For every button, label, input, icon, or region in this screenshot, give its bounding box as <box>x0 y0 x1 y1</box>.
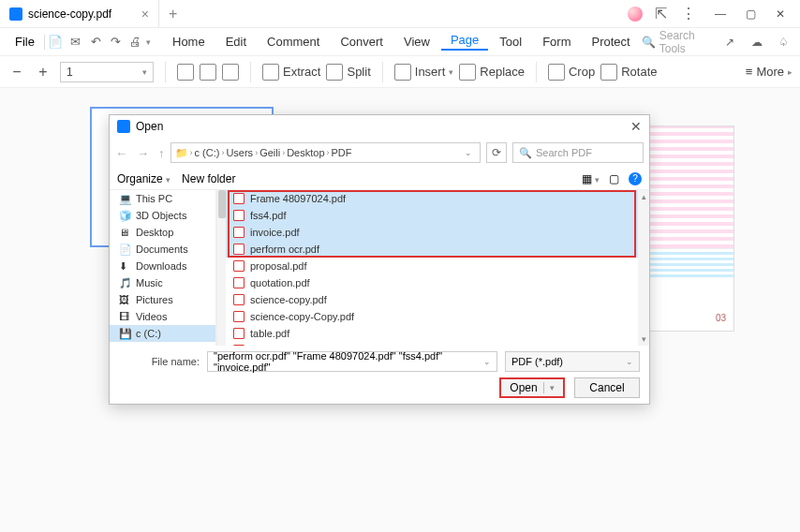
menu-view[interactable]: View <box>394 35 439 49</box>
open-button[interactable]: Open▾ <box>499 377 565 398</box>
dialog-close-button[interactable]: ✕ <box>630 119 642 134</box>
file-menu[interactable]: File <box>7 35 42 49</box>
filename-label: File name: <box>119 356 200 367</box>
scroll-down-icon[interactable]: ▾ <box>642 334 646 344</box>
file-item[interactable]: Frame 48097024.pdf <box>226 190 638 207</box>
menu-convert[interactable]: Convert <box>331 35 393 49</box>
pdf-file-icon <box>233 210 244 221</box>
menu-page[interactable]: Page <box>441 33 488 51</box>
more-button[interactable]: ≡More▸ <box>746 65 793 79</box>
layout-1-icon[interactable] <box>177 64 194 81</box>
sidebar-item[interactable]: 🖥Desktop <box>110 224 215 241</box>
split-button[interactable]: Split <box>326 64 370 81</box>
extract-button[interactable]: Extract <box>262 64 320 81</box>
sidebar-item[interactable]: 💾c (C:) <box>110 325 215 342</box>
page-number-label: 03 <box>716 313 726 323</box>
nav-forward-icon[interactable]: → <box>137 146 149 160</box>
preview-pane-icon[interactable]: ▢ <box>609 172 619 185</box>
view-mode-icon[interactable]: ▦ ▾ <box>582 172 600 185</box>
bell-icon[interactable]: ♤ <box>775 32 793 52</box>
crop-button[interactable]: Crop <box>548 64 595 81</box>
menu-protect[interactable]: Protect <box>583 35 640 49</box>
desktop-icon: 🖥 <box>119 227 130 238</box>
nav-up-icon[interactable]: ↑ <box>158 146 165 160</box>
file-item[interactable]: perform ocr.pdf <box>226 241 638 258</box>
close-tab-icon[interactable]: × <box>141 7 149 22</box>
file-list-scrollbar[interactable]: ▴ ▾ <box>638 190 649 346</box>
file-name: invoice.pdf <box>250 227 300 238</box>
layout-2-icon[interactable] <box>200 64 216 81</box>
page-number-input[interactable]: 1 ▾ <box>60 62 154 82</box>
sidebar: 💻This PC🧊3D Objects🖥Desktop📄Documents⬇Do… <box>110 190 216 346</box>
dialog-titlebar: Open ✕ <box>110 115 649 138</box>
mail-icon[interactable]: ✉ <box>67 32 84 52</box>
insert-button[interactable]: Insert▾ <box>394 64 454 81</box>
file-item[interactable]: proposal.pdf <box>226 258 638 274</box>
menubar: File 📄 ✉ ↶ ↷ 🖨 ▾ Home Edit Comment Conve… <box>0 28 800 56</box>
document-tab[interactable]: science-copy.pdf × <box>0 0 159 27</box>
close-window-button[interactable]: ✕ <box>766 3 794 25</box>
file-item[interactable]: time table.pdf <box>226 342 638 346</box>
file-item[interactable]: table.pdf <box>226 325 638 342</box>
share-icon[interactable]: ⇱ <box>650 4 671 24</box>
help-icon[interactable]: ? <box>629 172 642 185</box>
open-file-dialog: Open ✕ ← → ↑ 📁 › c (C:)› Users› Geili› D… <box>109 114 650 405</box>
app-icon <box>9 7 22 21</box>
sidebar-item[interactable]: 💻This PC <box>110 190 215 207</box>
zoom-out-button[interactable]: − <box>7 64 26 81</box>
menu-tool[interactable]: Tool <box>490 35 531 49</box>
file-type-filter[interactable]: PDF (*.pdf) ⌄ <box>505 351 640 372</box>
file-list: Frame 48097024.pdffss4.pdfinvoice.pdfper… <box>226 190 638 346</box>
file-item[interactable]: science-copy-Copy.pdf <box>226 308 638 325</box>
redo-icon[interactable]: ↷ <box>107 32 125 52</box>
filename-input[interactable]: "perform ocr.pdf" "Frame 48097024.pdf" "… <box>207 351 497 372</box>
chevron-down-icon[interactable]: ⌄ <box>483 357 491 366</box>
maximize-button[interactable]: ▢ <box>736 3 764 25</box>
sidebar-item[interactable]: 🎞Videos <box>110 308 215 325</box>
scroll-up-icon[interactable]: ▴ <box>642 192 646 201</box>
chevron-down-icon[interactable]: ⌄ <box>461 148 476 157</box>
minimize-button[interactable]: — <box>706 3 734 25</box>
pdf-file-icon <box>233 260 244 272</box>
sidebar-item-label: Documents <box>136 244 188 255</box>
sidebar-item-label: This PC <box>136 193 172 204</box>
sidebar-item-label: 3D Objects <box>136 210 186 221</box>
kebab-menu-icon[interactable]: ⋮ <box>678 4 699 24</box>
menu-home[interactable]: Home <box>163 35 215 49</box>
sidebar-item-label: Music <box>136 277 163 288</box>
sidebar-item[interactable]: 📄Documents <box>110 241 215 258</box>
open-file-icon[interactable]: 📄 <box>47 32 65 52</box>
file-name: time table.pdf <box>250 345 312 346</box>
menu-comment[interactable]: Comment <box>258 35 329 49</box>
cloud-icon[interactable]: ☁ <box>748 32 766 52</box>
print-icon[interactable]: 🖨 <box>126 32 144 52</box>
layout-3-icon[interactable] <box>222 64 239 81</box>
profile-avatar[interactable] <box>628 7 643 22</box>
external-link-icon[interactable]: ↗ <box>721 32 739 52</box>
menu-edit[interactable]: Edit <box>216 35 256 49</box>
sidebar-item[interactable]: 🎵Music <box>110 274 215 291</box>
file-item[interactable]: science-copy.pdf <box>226 291 638 308</box>
menu-form[interactable]: Form <box>533 35 580 49</box>
file-item[interactable]: invoice.pdf <box>226 224 638 241</box>
breadcrumb[interactable]: 📁 › c (C:)› Users› Geili› Desktop› PDF ⌄ <box>170 142 481 163</box>
zoom-in-button[interactable]: + <box>34 64 52 81</box>
tab-title: science-copy.pdf <box>28 7 111 21</box>
new-tab-button[interactable]: + <box>159 6 186 22</box>
cancel-button[interactable]: Cancel <box>574 377 640 398</box>
dialog-search-input[interactable]: 🔍 Search PDF <box>512 142 644 163</box>
file-item[interactable]: quotation.pdf <box>226 274 638 291</box>
new-folder-button[interactable]: New folder <box>182 172 235 185</box>
sidebar-item[interactable]: 🧊3D Objects <box>110 207 215 224</box>
undo-icon[interactable]: ↶ <box>86 32 104 52</box>
sidebar-item[interactable]: 🖼Pictures <box>110 291 215 308</box>
refresh-button[interactable]: ⟳ <box>486 142 507 163</box>
rotate-button[interactable]: Rotate <box>600 64 657 81</box>
sidebar-scrollbar[interactable] <box>216 190 226 346</box>
sidebar-item[interactable]: ⬇Downloads <box>110 258 215 274</box>
file-item[interactable]: fss4.pdf <box>226 207 638 224</box>
nav-back-icon[interactable]: ← <box>115 146 127 160</box>
organize-button[interactable]: Organize ▾ <box>117 172 170 185</box>
search-tools[interactable]: 🔍 Search Tools <box>642 29 712 55</box>
replace-button[interactable]: Replace <box>459 64 525 81</box>
